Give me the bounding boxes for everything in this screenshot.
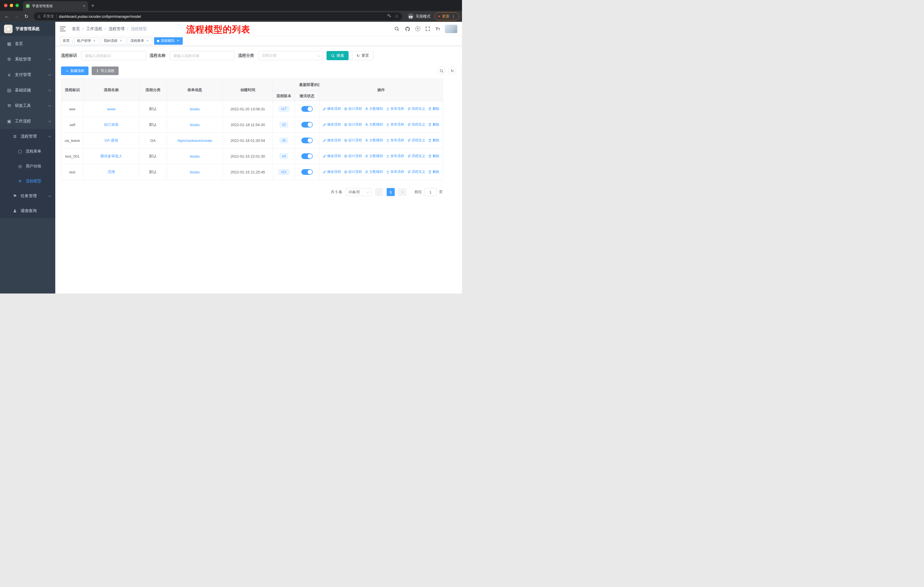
toggle-search-button[interactable] <box>437 67 446 75</box>
user-avatar[interactable] <box>445 25 457 33</box>
tag-process-model[interactable]: 流程模型 × <box>154 37 183 45</box>
bookmark-star-icon[interactable]: ☆ <box>395 14 399 19</box>
version-badge[interactable]: v5 <box>280 137 289 143</box>
refresh-table-button[interactable]: ↻ <box>448 67 456 75</box>
sidebar-item-leave-query[interactable]: ♟ 请假查询 <box>0 203 55 218</box>
close-icon[interactable]: × <box>176 39 180 43</box>
back-icon[interactable]: ← <box>3 12 11 20</box>
reset-button[interactable]: ↻ 重置 <box>352 51 373 60</box>
breadcrumb-home[interactable]: 首页 <box>72 26 80 31</box>
sidebar-item-system[interactable]: ⚙ 系统管理 <box>0 51 55 67</box>
search-button[interactable]: 搜索 <box>327 51 348 60</box>
assign-rule-link[interactable]: 分配规则 <box>365 138 383 143</box>
version-badge[interactable]: v21 <box>279 169 289 175</box>
minimize-window-icon[interactable] <box>10 4 13 7</box>
browser-menu-icon[interactable]: ⋮ <box>451 14 455 19</box>
reload-icon[interactable]: ↻ <box>22 12 30 20</box>
delete-process-link[interactable]: 删除 <box>428 106 439 111</box>
close-icon[interactable]: × <box>119 39 123 43</box>
sidebar-item-devtools[interactable]: ⚒ 研发工具 <box>0 98 55 114</box>
design-process-link[interactable]: 设计流程 <box>344 122 362 127</box>
version-badge[interactable]: v2 <box>280 122 289 127</box>
edit-process-link[interactable]: 修改流程 <box>323 106 341 111</box>
active-toggle[interactable] <box>301 169 313 175</box>
design-process-link[interactable]: 设计流程 <box>344 154 362 159</box>
tab-close-icon[interactable]: × <box>83 4 85 8</box>
publish-process-link[interactable]: 发布流程 <box>386 169 404 174</box>
process-definition-link[interactable]: 流程定义 <box>407 154 425 159</box>
edit-process-link[interactable]: 修改流程 <box>323 154 341 159</box>
active-toggle[interactable] <box>301 106 313 112</box>
sidebar-item-process-model[interactable]: ✈ 流程模型 <box>0 174 55 189</box>
publish-process-link[interactable]: 发布流程 <box>386 122 404 127</box>
close-icon[interactable]: × <box>92 39 96 43</box>
page-size-select[interactable]: 10条/页 <box>346 188 371 196</box>
fullscreen-icon[interactable] <box>425 26 431 32</box>
edit-process-link[interactable]: 修改流程 <box>323 138 341 143</box>
delete-process-link[interactable]: 删除 <box>428 154 439 159</box>
tag-process-form[interactable]: 流程表单 × <box>127 37 152 45</box>
form-info-link[interactable]: biubiu <box>190 123 200 127</box>
breadcrumb-process-management[interactable]: 流程管理 <box>109 26 125 31</box>
category-select[interactable]: 流程分类 <box>258 51 323 60</box>
process-key-input[interactable] <box>81 51 146 60</box>
publish-process-link[interactable]: 发布流程 <box>386 138 404 143</box>
assign-rule-link[interactable]: 分配规则 <box>365 106 383 111</box>
delete-process-link[interactable]: 删除 <box>428 122 439 127</box>
app-logo[interactable]: 芋道管理系统 <box>0 22 55 36</box>
publish-process-link[interactable]: 发布流程 <box>386 106 404 111</box>
sidebar-item-workflow[interactable]: ▣ 工作流程 <box>0 114 55 129</box>
create-process-button[interactable]: ＋ 新建流程 <box>61 66 89 75</box>
current-page[interactable]: 1 <box>387 188 395 196</box>
goto-page-input[interactable] <box>424 188 437 196</box>
assign-rule-link[interactable]: 分配规则 <box>365 122 383 127</box>
process-definition-link[interactable]: 流程定义 <box>407 122 425 127</box>
sidebar-item-payment[interactable]: ¥ 支付管理 <box>0 67 55 83</box>
delete-process-link[interactable]: 删除 <box>428 169 439 174</box>
url-text[interactable]: dashboard.yudao.iocoder.cn/bpm/manager/m… <box>59 14 385 19</box>
close-window-icon[interactable] <box>4 4 7 7</box>
next-page-button[interactable] <box>398 188 406 196</box>
sidebar-item-process-form[interactable]: ▢ 流程表单 <box>0 144 55 159</box>
forward-icon[interactable]: → <box>13 12 21 20</box>
design-process-link[interactable]: 设计流程 <box>344 106 362 111</box>
form-info-link[interactable]: biubiu <box>190 154 200 159</box>
font-size-icon[interactable]: TT <box>436 26 440 31</box>
publish-process-link[interactable]: 发布流程 <box>386 154 404 159</box>
process-definition-link[interactable]: 流程定义 <box>407 169 425 174</box>
process-name-link[interactable]: 滔博 <box>108 170 115 174</box>
process-name-link[interactable]: OA 请假 <box>104 138 118 142</box>
process-definition-link[interactable]: 流程定义 <box>407 138 425 143</box>
version-badge[interactable]: v4 <box>280 153 289 159</box>
delete-process-link[interactable]: 删除 <box>428 138 439 143</box>
new-tab-button[interactable]: + <box>91 3 94 11</box>
maximize-window-icon[interactable] <box>15 4 19 7</box>
edit-process-link[interactable]: 修改流程 <box>323 169 341 174</box>
form-info-link[interactable]: biubiu <box>190 107 200 111</box>
sidebar-item-task-management[interactable]: ⚑ 任务管理 <box>0 189 55 203</box>
update-button[interactable]: 更新 ⋮ <box>434 12 459 20</box>
sidebar-item-process-management[interactable]: ≣ 流程管理 <box>0 129 55 144</box>
breadcrumb-workflow[interactable]: 工作流程 <box>86 26 102 31</box>
browser-tab[interactable]: 芋道管理系统 × <box>23 1 88 11</box>
tag-home[interactable]: 首页 <box>60 37 73 45</box>
tag-my-process[interactable]: 我的流程 × <box>101 37 126 45</box>
security-label[interactable]: 不安全 <box>43 14 54 19</box>
active-toggle[interactable] <box>301 137 313 143</box>
collapse-sidebar-icon[interactable] <box>60 26 66 31</box>
process-name-link[interactable]: 自己审批 <box>104 122 119 127</box>
sidebar-item-user-group[interactable]: ◎ 用户分组 <box>0 159 55 174</box>
help-icon[interactable]: ? <box>415 26 420 31</box>
import-process-button[interactable]: ↥ 导入流程 <box>92 66 119 75</box>
process-name-link[interactable]: 测试多审批人 <box>100 154 122 158</box>
sidebar-item-infrastructure[interactable]: ▤ 基础设施 <box>0 83 55 98</box>
password-key-icon[interactable] <box>387 14 391 18</box>
prev-page-button[interactable] <box>375 188 383 196</box>
process-name-link[interactable]: eeee <box>107 107 116 111</box>
design-process-link[interactable]: 设计流程 <box>344 169 362 174</box>
assign-rule-link[interactable]: 分配规则 <box>365 169 383 174</box>
address-bar[interactable]: ⚠ 不安全 dashboard.yudao.iocoder.cn/bpm/man… <box>34 12 402 20</box>
active-toggle[interactable] <box>301 122 313 127</box>
version-badge[interactable]: v17 <box>279 106 289 112</box>
process-definition-link[interactable]: 流程定义 <box>407 106 425 111</box>
